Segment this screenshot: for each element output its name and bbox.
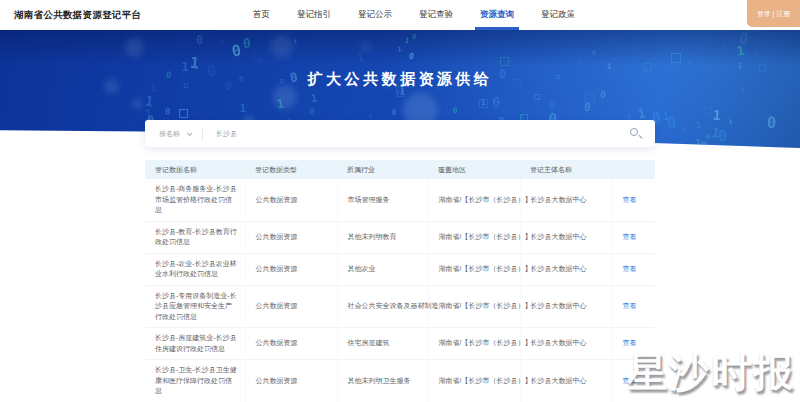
view-link[interactable]: 查看	[623, 265, 637, 272]
binary-digit-decoration: 0	[243, 37, 251, 50]
bokeh-circle-decoration	[270, 36, 293, 59]
binary-digit-decoration: 0	[453, 107, 458, 115]
search-input[interactable]	[203, 120, 629, 147]
cell-type: 公共数据资源	[245, 253, 337, 285]
binary-digit-decoration: 0	[599, 90, 605, 100]
cell-industry: 市场管理服务	[337, 179, 428, 221]
login-register-button[interactable]: 登录 | 注册	[747, 0, 800, 27]
col-header-2: 所属行业	[337, 160, 428, 179]
cell-industry: 其他未列明教育	[337, 221, 428, 253]
pattern-square-decoration	[688, 61, 692, 65]
cell-industry: 其他农业	[337, 253, 428, 285]
pattern-square-decoration	[705, 107, 712, 114]
binary-digit-decoration: 0	[308, 107, 315, 117]
binary-digit-decoration: 0	[578, 60, 583, 68]
binary-digit-decoration: 0	[196, 35, 203, 47]
nav-item-guide[interactable]: 登记指引	[297, 0, 331, 30]
table-row: 长沙县-农业-长沙县农业林业水利行政处罚信息公共数据资源其他农业湖南省/【长沙市…	[145, 253, 655, 285]
col-header-3: 覆盖地区	[428, 160, 520, 179]
binary-digit-decoration: 1	[144, 94, 154, 109]
main-menu: 首页登记指引登记公示登记查验资源查询登记政策	[253, 0, 575, 30]
binary-digit-decoration: 0	[369, 114, 372, 119]
binary-digit-decoration: 1	[738, 62, 742, 69]
binary-digit-decoration: 1	[719, 43, 727, 54]
nav-item-verify[interactable]: 登记查验	[419, 0, 453, 30]
binary-digit-decoration: 1	[398, 47, 402, 53]
cell-action: 查看	[612, 179, 655, 221]
cell-type: 公共数据资源	[245, 328, 337, 360]
search-lens	[630, 128, 638, 136]
search-icon[interactable]	[629, 127, 642, 140]
nav-item-policy[interactable]: 登记政策	[541, 0, 575, 30]
binary-digit-decoration: 1	[404, 36, 410, 44]
top-nav: 湖南省公共数据资源登记平台 首页登记指引登记公示登记查验资源查询登记政策 登录 …	[0, 0, 800, 30]
binary-digit-decoration: 1	[219, 39, 224, 46]
binary-digit-decoration: 1	[694, 138, 703, 148]
table-row: 长沙县-商务服务业-长沙县市场监管价格行政处罚信息公共数据资源市场管理服务湖南省…	[145, 179, 655, 221]
binary-digit-decoration: 0	[767, 116, 777, 132]
search-bar: 按名称	[145, 120, 655, 147]
cell-industry: 社会公共安全设备及器材制造	[337, 285, 428, 328]
binary-digit-decoration: 0	[165, 107, 171, 117]
col-header-0: 登记数据名称	[145, 160, 245, 179]
cell-type: 公共数据资源	[245, 221, 337, 253]
binary-digit-decoration: 1	[712, 109, 721, 123]
pattern-square-decoration	[253, 53, 261, 61]
search-filter-label: 按名称	[159, 129, 180, 139]
view-link[interactable]: 查看	[623, 196, 637, 203]
binary-digit-decoration: 0	[408, 52, 415, 61]
chevron-down-icon	[187, 130, 193, 136]
binary-digit-decoration: 1	[735, 44, 745, 58]
cell-subject: 长沙县大数据中心	[520, 328, 612, 360]
site-title: 湖南省公共数据资源登记平台	[14, 9, 141, 22]
table-row: 长沙县-教育-长沙县教育行政处罚信息公共数据资源其他未列明教育湖南省/【长沙市（…	[145, 221, 655, 253]
binary-digit-decoration: 1	[356, 52, 365, 65]
cell-action: 查看	[612, 221, 655, 253]
binary-digit-decoration: 1	[711, 127, 720, 140]
cell-subject: 长沙县大数据中心	[520, 179, 612, 221]
bokeh-circle-decoration	[132, 98, 143, 109]
binary-digit-decoration: 1	[294, 38, 298, 43]
cell-name: 长沙县-教育-长沙县教育行政处罚信息	[145, 221, 245, 253]
cell-region: 湖南省/【长沙市（长沙县）】	[428, 285, 520, 328]
table-head: 登记数据名称登记数据类型所属行业覆盖地区登记主体名称	[145, 160, 655, 179]
cell-subject: 长沙县大数据中心	[520, 285, 612, 328]
page: 湖南省公共数据资源登记平台 首页登记指引登记公示登记查验资源查询登记政策 登录 …	[0, 0, 800, 402]
cell-type: 公共数据资源	[245, 360, 337, 402]
cell-industry: 其他未列明卫生服务	[337, 360, 428, 402]
search-filter-dropdown[interactable]: 按名称	[145, 120, 202, 147]
cell-name: 长沙县-专用设备制造业-长沙县应急管理和安全生产行政处罚信息	[145, 285, 245, 328]
cell-region: 湖南省/【长沙市（长沙县）】	[428, 328, 520, 360]
cell-subject: 长沙县大数据中心	[520, 253, 612, 285]
view-link[interactable]: 查看	[623, 233, 637, 240]
binary-digit-decoration: 0	[491, 96, 500, 110]
binary-digit-decoration: 1	[696, 121, 702, 130]
nav-item-home[interactable]: 首页	[253, 0, 270, 30]
table-body: 长沙县-商务服务业-长沙县市场监管价格行政处罚信息公共数据资源市场管理服务湖南省…	[145, 179, 655, 402]
cell-type: 公共数据资源	[245, 179, 337, 221]
binary-digit-decoration: 0	[666, 115, 677, 131]
pattern-square-decoration	[479, 99, 488, 108]
col-header-1: 登记数据类型	[245, 160, 337, 179]
header-row: 登记数据名称登记数据类型所属行业覆盖地区登记主体名称	[145, 160, 655, 179]
table-row: 长沙县-专用设备制造业-长沙县应急管理和安全生产行政处罚信息公共数据资源社会公共…	[145, 285, 655, 328]
results-table: 登记数据名称登记数据类型所属行业覆盖地区登记主体名称 长沙县-商务服务业-长沙县…	[145, 160, 655, 402]
view-link[interactable]: 查看	[623, 302, 637, 309]
pattern-square-decoration	[585, 94, 595, 104]
cell-region: 湖南省/【长沙市（长沙县）】	[428, 179, 520, 221]
cell-region: 湖南省/【长沙市（长沙县）】	[428, 253, 520, 285]
cell-region: 湖南省/【长沙市（长沙县）】	[428, 360, 520, 402]
cell-subject: 长沙县大数据中心	[520, 360, 612, 402]
table-row: 长沙县-卫生-长沙县卫生健康和医疗保障行政处罚信息公共数据资源其他未列明卫生服务…	[145, 360, 655, 402]
nav-item-query[interactable]: 资源查询	[480, 0, 514, 30]
watermark: 星沙时报	[627, 345, 795, 400]
hero-title: 扩大公共数据资源供给	[0, 70, 800, 89]
cell-industry: 住宅房屋建筑	[337, 328, 428, 360]
cell-region: 湖南省/【长沙市（长沙县）】	[428, 221, 520, 253]
cell-name: 长沙县-房屋建筑业-长沙县住房建设行政处罚信息	[145, 328, 245, 360]
col-header-4: 登记主体名称	[520, 160, 612, 179]
nav-item-publicity[interactable]: 登记公示	[358, 0, 392, 30]
cell-name: 长沙县-卫生-长沙县卫生健康和医疗保障行政处罚信息	[145, 360, 245, 402]
pattern-square-decoration	[500, 57, 509, 66]
binary-digit-decoration: 0	[231, 43, 243, 60]
